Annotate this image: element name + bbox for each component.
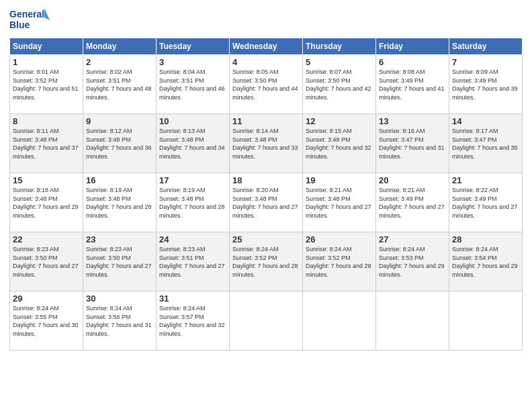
calendar-week-3: 15 Sunrise: 8:18 AMSunset: 3:48 PMDaylig… <box>10 173 523 232</box>
day-number: 8 <box>13 116 80 126</box>
day-number: 11 <box>232 116 300 126</box>
calendar-cell <box>449 291 523 351</box>
calendar-header-saturday: Saturday <box>449 38 523 55</box>
day-number: 17 <box>159 175 226 185</box>
day-number: 6 <box>379 57 446 67</box>
calendar-cell: 26 Sunrise: 8:24 AMSunset: 3:52 PMDaylig… <box>303 232 376 291</box>
day-info: Sunrise: 8:21 AMSunset: 3:48 PMDaylight:… <box>306 186 373 220</box>
day-number: 12 <box>306 116 373 126</box>
day-number: 28 <box>452 234 519 244</box>
day-number: 2 <box>86 57 153 67</box>
calendar-cell: 28 Sunrise: 8:24 AMSunset: 3:54 PMDaylig… <box>449 232 523 291</box>
day-number: 24 <box>159 234 226 244</box>
day-number: 4 <box>232 57 300 67</box>
calendar-header-monday: Monday <box>83 38 157 55</box>
day-info: Sunrise: 8:19 AMSunset: 3:48 PMDaylight:… <box>86 186 153 220</box>
calendar-cell: 27 Sunrise: 8:24 AMSunset: 3:53 PMDaylig… <box>376 232 449 291</box>
calendar-cell: 25 Sunrise: 8:24 AMSunset: 3:52 PMDaylig… <box>230 232 303 291</box>
day-info: Sunrise: 8:24 AMSunset: 3:55 PMDaylight:… <box>13 304 80 338</box>
calendar-header-thursday: Thursday <box>303 38 376 55</box>
calendar-cell: 23 Sunrise: 8:23 AMSunset: 3:50 PMDaylig… <box>83 232 157 291</box>
calendar-cell: 31 Sunrise: 8:24 AMSunset: 3:57 PMDaylig… <box>157 291 230 351</box>
day-info: Sunrise: 8:24 AMSunset: 3:57 PMDaylight:… <box>159 304 226 338</box>
day-number: 29 <box>13 293 80 304</box>
day-info: Sunrise: 8:18 AMSunset: 3:48 PMDaylight:… <box>13 186 80 220</box>
day-number: 21 <box>452 175 519 185</box>
day-number: 3 <box>159 57 226 67</box>
day-info: Sunrise: 8:23 AMSunset: 3:50 PMDaylight:… <box>86 245 153 279</box>
logo: GeneralBlue <box>9 7 50 34</box>
svg-text:Blue: Blue <box>9 19 30 30</box>
calendar-cell: 11 Sunrise: 8:14 AMSunset: 3:48 PMDaylig… <box>230 114 303 173</box>
calendar-cell: 19 Sunrise: 8:21 AMSunset: 3:48 PMDaylig… <box>303 173 376 232</box>
day-number: 22 <box>13 234 80 244</box>
calendar-cell: 7 Sunrise: 8:09 AMSunset: 3:49 PMDayligh… <box>449 55 523 114</box>
day-info: Sunrise: 8:16 AMSunset: 3:47 PMDaylight:… <box>379 127 446 161</box>
day-info: Sunrise: 8:24 AMSunset: 3:52 PMDaylight:… <box>232 245 300 279</box>
day-info: Sunrise: 8:15 AMSunset: 3:48 PMDaylight:… <box>306 127 373 161</box>
calendar-week-4: 22 Sunrise: 8:23 AMSunset: 3:50 PMDaylig… <box>10 232 523 291</box>
day-info: Sunrise: 8:17 AMSunset: 3:47 PMDaylight:… <box>452 127 519 161</box>
calendar-cell: 29 Sunrise: 8:24 AMSunset: 3:55 PMDaylig… <box>10 291 83 351</box>
day-number: 26 <box>306 234 373 244</box>
page-container: GeneralBlue SundayMondayTuesdayWednesday… <box>0 0 532 411</box>
day-info: Sunrise: 8:23 AMSunset: 3:51 PMDaylight:… <box>159 245 226 279</box>
day-info: Sunrise: 8:09 AMSunset: 3:49 PMDaylight:… <box>452 68 519 101</box>
calendar-table: SundayMondayTuesdayWednesdayThursdayFrid… <box>9 38 523 351</box>
calendar-header-sunday: Sunday <box>10 38 83 55</box>
day-info: Sunrise: 8:02 AMSunset: 3:51 PMDaylight:… <box>86 68 153 101</box>
day-number: 25 <box>232 234 300 244</box>
day-number: 9 <box>86 116 153 126</box>
day-number: 7 <box>452 57 519 67</box>
day-number: 14 <box>452 116 519 126</box>
calendar-cell: 5 Sunrise: 8:07 AMSunset: 3:50 PMDayligh… <box>303 55 376 114</box>
calendar-cell: 21 Sunrise: 8:22 AMSunset: 3:49 PMDaylig… <box>449 173 523 232</box>
calendar-cell: 13 Sunrise: 8:16 AMSunset: 3:47 PMDaylig… <box>376 114 449 173</box>
logo-svg: GeneralBlue <box>9 7 50 34</box>
day-info: Sunrise: 8:19 AMSunset: 3:48 PMDaylight:… <box>159 186 226 220</box>
day-info: Sunrise: 8:20 AMSunset: 3:48 PMDaylight:… <box>232 186 300 220</box>
calendar-cell: 4 Sunrise: 8:05 AMSunset: 3:50 PMDayligh… <box>230 55 303 114</box>
day-number: 13 <box>379 116 446 126</box>
day-info: Sunrise: 8:11 AMSunset: 3:48 PMDaylight:… <box>13 127 80 161</box>
day-info: Sunrise: 8:12 AMSunset: 3:48 PMDaylight:… <box>86 127 153 161</box>
calendar-header-row: SundayMondayTuesdayWednesdayThursdayFrid… <box>10 38 523 55</box>
calendar-cell: 6 Sunrise: 8:08 AMSunset: 3:49 PMDayligh… <box>376 55 449 114</box>
calendar-week-5: 29 Sunrise: 8:24 AMSunset: 3:55 PMDaylig… <box>10 291 523 351</box>
day-info: Sunrise: 8:24 AMSunset: 3:56 PMDaylight:… <box>86 304 153 338</box>
day-number: 1 <box>13 57 80 67</box>
calendar-week-1: 1 Sunrise: 8:01 AMSunset: 3:52 PMDayligh… <box>10 55 523 114</box>
day-number: 18 <box>232 175 300 185</box>
calendar-cell: 9 Sunrise: 8:12 AMSunset: 3:48 PMDayligh… <box>83 114 157 173</box>
day-info: Sunrise: 8:23 AMSunset: 3:50 PMDaylight:… <box>13 245 80 279</box>
day-info: Sunrise: 8:24 AMSunset: 3:53 PMDaylight:… <box>379 245 446 279</box>
calendar-cell: 15 Sunrise: 8:18 AMSunset: 3:48 PMDaylig… <box>10 173 83 232</box>
calendar-cell: 1 Sunrise: 8:01 AMSunset: 3:52 PMDayligh… <box>10 55 83 114</box>
day-info: Sunrise: 8:14 AMSunset: 3:48 PMDaylight:… <box>232 127 300 161</box>
calendar-cell: 18 Sunrise: 8:20 AMSunset: 3:48 PMDaylig… <box>230 173 303 232</box>
day-number: 27 <box>379 234 446 244</box>
day-info: Sunrise: 8:24 AMSunset: 3:52 PMDaylight:… <box>306 245 373 279</box>
calendar-cell: 8 Sunrise: 8:11 AMSunset: 3:48 PMDayligh… <box>10 114 83 173</box>
day-number: 30 <box>86 293 153 304</box>
calendar-cell: 3 Sunrise: 8:04 AMSunset: 3:51 PMDayligh… <box>157 55 230 114</box>
day-info: Sunrise: 8:08 AMSunset: 3:49 PMDaylight:… <box>379 68 446 101</box>
day-number: 10 <box>159 116 226 126</box>
day-info: Sunrise: 8:13 AMSunset: 3:48 PMDaylight:… <box>159 127 226 161</box>
calendar-cell <box>230 291 303 351</box>
day-number: 16 <box>86 175 153 185</box>
day-info: Sunrise: 8:05 AMSunset: 3:50 PMDaylight:… <box>232 68 300 101</box>
calendar-header-wednesday: Wednesday <box>230 38 303 55</box>
svg-marker-2 <box>44 8 50 20</box>
day-info: Sunrise: 8:21 AMSunset: 3:49 PMDaylight:… <box>379 186 446 220</box>
day-number: 15 <box>13 175 80 185</box>
calendar-cell: 20 Sunrise: 8:21 AMSunset: 3:49 PMDaylig… <box>376 173 449 232</box>
day-number: 23 <box>86 234 153 244</box>
calendar-cell: 10 Sunrise: 8:13 AMSunset: 3:48 PMDaylig… <box>157 114 230 173</box>
day-number: 20 <box>379 175 446 185</box>
calendar-header-tuesday: Tuesday <box>157 38 230 55</box>
day-number: 31 <box>159 293 226 304</box>
calendar-week-2: 8 Sunrise: 8:11 AMSunset: 3:48 PMDayligh… <box>10 114 523 173</box>
calendar-cell: 22 Sunrise: 8:23 AMSunset: 3:50 PMDaylig… <box>10 232 83 291</box>
day-info: Sunrise: 8:01 AMSunset: 3:52 PMDaylight:… <box>13 68 80 101</box>
